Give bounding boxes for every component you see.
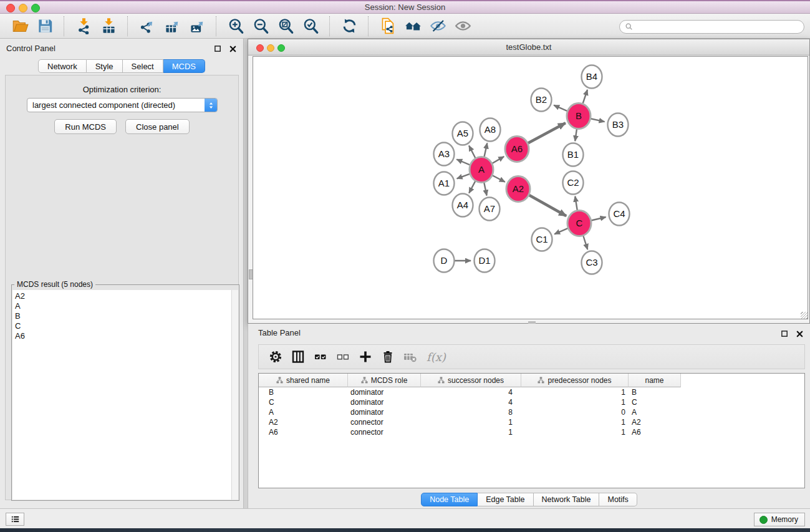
float-panel-icon[interactable] [214,44,222,52]
float-panel-icon[interactable] [781,329,789,337]
tab-mcds[interactable]: MCDS [163,59,205,73]
cell-successor-nodes[interactable]: 4 [421,398,521,407]
sitemap-sort-icon [276,377,283,384]
result-item[interactable]: A [15,301,232,311]
tab-network-table[interactable]: Network Table [534,493,600,506]
cell-name[interactable]: C [629,398,681,407]
zoom-out-icon[interactable] [251,17,270,36]
network-window-titlebar[interactable]: testGlobe.txt [248,39,809,56]
cell-shared-name[interactable]: A [259,408,348,417]
cell-predecessor-nodes[interactable]: 0 [521,408,629,417]
criterion-dropdown[interactable]: largest connected component (directed) [27,98,218,112]
column-header-successor-nodes[interactable]: successor nodes [421,374,521,387]
cell-name[interactable]: B [629,388,681,397]
application-window: Session: New Session Control Panel Netwo… [0,0,810,532]
close-panel-icon[interactable] [229,44,237,52]
cell-successor-nodes[interactable]: 1 [421,418,521,427]
table-row[interactable]: Adominator80A [259,407,804,417]
function-builder-icon[interactable]: f(x) [427,351,446,364]
delete-column-icon[interactable] [380,349,396,365]
settings-gear-icon[interactable] [268,349,284,365]
tab-network[interactable]: Network [38,59,87,73]
node-label-A2: A2 [513,183,524,194]
open-folder-icon[interactable] [11,17,29,36]
export-image-icon[interactable] [188,17,206,36]
network-canvas[interactable]: B4B2BB3B1A5A8A6A3AA1A2A4A7C2CC4C1C3DD1 [253,56,808,319]
search-input[interactable] [637,22,804,32]
network-minimize-button[interactable] [267,44,274,52]
refresh-icon[interactable] [340,17,359,36]
column-label: successor nodes [448,376,504,385]
add-column-icon[interactable] [357,349,374,365]
import-table-icon[interactable] [99,17,118,36]
cell-MCDS-role[interactable]: dominator [348,398,421,407]
home-icon[interactable] [403,17,422,36]
tab-edge-table[interactable]: Edge Table [478,493,533,506]
cell-successor-nodes[interactable]: 8 [421,408,521,417]
network-maximize-button[interactable] [277,44,285,52]
copy-network-icon[interactable] [378,17,397,36]
zoom-selected-icon[interactable] [301,17,320,36]
column-header-MCDS-role[interactable]: MCDS role [348,374,421,387]
export-table-icon[interactable] [163,17,181,36]
cell-name[interactable]: A6 [629,428,681,437]
dropdown-stepper-icon[interactable] [205,99,217,112]
hide-eye-icon[interactable] [428,17,447,36]
cell-shared-name[interactable]: A2 [259,418,348,427]
cell-shared-name[interactable]: B [259,388,348,397]
table-row[interactable]: Bdominator41B [259,387,804,397]
tab-node-table[interactable]: Node Table [421,493,478,506]
column-header-name[interactable]: name [629,374,681,387]
cell-shared-name[interactable]: C [259,398,348,407]
network-window-title: testGlobe.txt [248,39,809,55]
task-history-button[interactable] [6,513,24,526]
cell-MCDS-role[interactable]: connector [348,428,421,437]
cell-name[interactable]: A2 [629,418,681,427]
table-row[interactable]: Cdominator41C [259,397,804,407]
cell-MCDS-role[interactable]: dominator [348,388,421,397]
cell-successor-nodes[interactable]: 1 [421,428,521,437]
select-all-icon[interactable] [312,349,329,365]
save-icon[interactable] [36,17,54,36]
tab-style[interactable]: Style [87,59,123,73]
sitemap-sort-icon [438,377,445,384]
result-item[interactable]: B [15,311,232,321]
show-eye-icon[interactable] [453,17,472,36]
result-item[interactable]: A6 [15,331,232,341]
zoom-fit-icon[interactable] [276,17,295,36]
network-close-button[interactable] [256,44,264,52]
window-resize-grip[interactable] [801,312,808,319]
column-view-icon[interactable] [290,349,306,365]
result-item[interactable]: C [15,321,232,331]
cell-name[interactable]: A [629,408,681,417]
cell-shared-name[interactable]: A6 [259,428,348,437]
delete-table-icon[interactable] [402,349,418,365]
cell-successor-nodes[interactable]: 4 [421,388,521,397]
deselect-all-icon[interactable] [335,349,351,365]
table-row[interactable]: A6connector11A6 [259,427,804,437]
tab-select[interactable]: Select [123,59,163,73]
column-header-shared-name[interactable]: shared name [259,374,348,387]
cell-MCDS-role[interactable]: dominator [348,408,421,417]
memory-button[interactable]: Memory [754,513,805,526]
export-network-icon[interactable] [138,17,157,36]
cell-predecessor-nodes[interactable]: 1 [521,398,629,407]
zoom-in-icon[interactable] [226,17,245,36]
titlebar: Session: New Session [0,0,810,14]
result-item[interactable]: A2 [15,291,232,301]
cell-predecessor-nodes[interactable]: 1 [521,388,629,397]
table-panel-window-icons [781,329,804,337]
import-network-icon[interactable] [74,17,93,36]
result-list-scrollbar[interactable] [231,290,238,500]
run-mcds-button[interactable]: Run MCDS [54,119,117,134]
close-panel-icon[interactable] [796,329,804,337]
cell-predecessor-nodes[interactable]: 1 [521,418,629,427]
column-header-predecessor-nodes[interactable]: predecessor nodes [521,374,629,387]
cell-MCDS-role[interactable]: connector [348,418,421,427]
toolbar-separator [64,16,65,36]
cell-predecessor-nodes[interactable]: 1 [521,428,629,437]
search-box[interactable] [619,20,804,34]
tab-motifs[interactable]: Motifs [599,493,637,506]
close-panel-button[interactable]: Close panel [125,119,190,134]
table-row[interactable]: A2connector11A2 [259,417,804,427]
